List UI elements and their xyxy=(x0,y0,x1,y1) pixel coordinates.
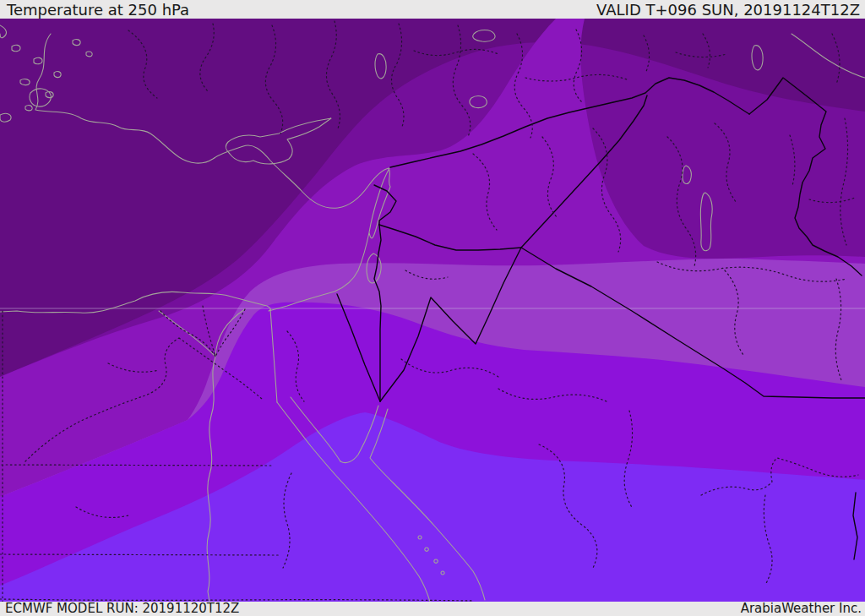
temperature-bands xyxy=(0,19,865,602)
map-area xyxy=(0,19,865,602)
model-run-label: ECMWF MODEL RUN: 20191120T12Z xyxy=(5,602,239,616)
weather-map-screen: Temperature at 250 hPa VALID T+096 SUN, … xyxy=(0,0,865,616)
footer-bar: ECMWF MODEL RUN: 20191120T12Z ArabiaWeat… xyxy=(0,602,865,616)
page-title: Temperature at 250 hPa xyxy=(7,1,189,19)
valid-time-label: VALID T+096 SUN, 20191124T12Z xyxy=(596,1,860,19)
credit-label: ArabiaWeather Inc. xyxy=(741,602,862,616)
weather-map-svg xyxy=(0,19,865,602)
header-bar: Temperature at 250 hPa VALID T+096 SUN, … xyxy=(0,0,865,19)
